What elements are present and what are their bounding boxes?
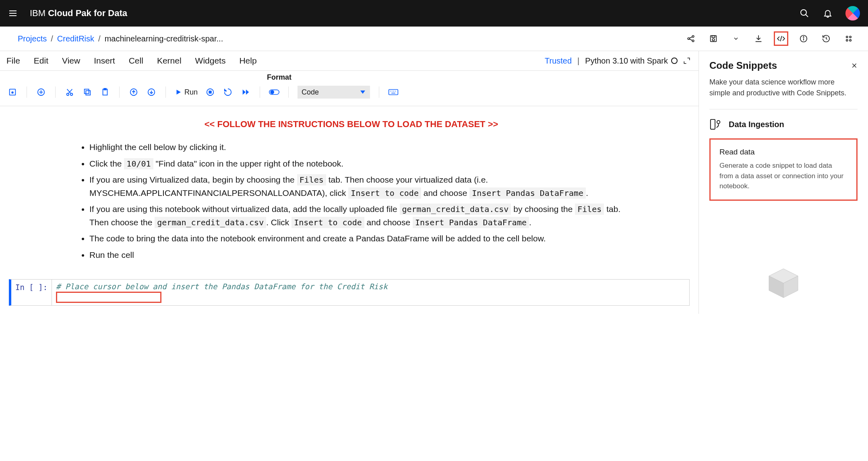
instruction-item: The code to bring the data into the note… — [89, 232, 625, 245]
svg-rect-11 — [712, 36, 715, 38]
svg-point-54 — [717, 121, 720, 124]
breadcrumb-projects[interactable]: Projects — [18, 34, 47, 43]
svg-rect-33 — [104, 88, 106, 90]
toggle-icon[interactable] — [269, 87, 279, 97]
svg-point-12 — [712, 39, 715, 41]
notebook-content: << FOLLOW THE INSTRUCTIONS BELOW TO LOAD… — [0, 106, 699, 314]
move-up-icon[interactable] — [128, 87, 139, 97]
notifications-icon[interactable] — [822, 8, 833, 19]
snippet-desc: Generate a code snippet to load data fro… — [719, 161, 847, 191]
section-header: Data Ingestion — [709, 118, 858, 130]
menu-help[interactable]: Help — [239, 56, 256, 66]
info-icon[interactable] — [796, 31, 811, 46]
kernel-name[interactable]: Python 3.10 with Spark — [585, 56, 678, 66]
brand-title: IBM Cloud Pak for Data — [30, 8, 127, 19]
svg-line-13 — [780, 36, 781, 41]
svg-rect-45 — [389, 90, 398, 95]
snippet-title: Read data — [719, 148, 847, 156]
svg-point-19 — [846, 39, 848, 41]
share-icon[interactable] — [684, 31, 698, 46]
empty-state-illustration — [709, 265, 858, 301]
menu-edit[interactable]: Edit — [34, 56, 48, 66]
svg-rect-40 — [209, 91, 211, 93]
menu-cell[interactable]: Cell — [129, 56, 143, 66]
trusted-label[interactable]: Trusted — [545, 56, 572, 66]
chevron-down-icon[interactable] — [729, 31, 743, 46]
svg-point-27 — [70, 93, 73, 96]
global-header: IBM Cloud Pak for Data — [0, 0, 868, 27]
notebook-menubar: File Edit View Insert Cell Kernel Widget… — [0, 51, 699, 71]
data-ingestion-icon — [709, 118, 721, 130]
read-data-snippet[interactable]: Read data Generate a code snippet to loa… — [709, 138, 858, 201]
breadcrumb-current: machinelearning-creditrisk-spar... — [105, 34, 223, 43]
notebook-area: File Edit View Insert Cell Kernel Widget… — [0, 51, 699, 314]
format-label: Format — [267, 73, 291, 82]
svg-point-22 — [12, 92, 13, 93]
code-snippets-icon[interactable] — [774, 31, 788, 46]
svg-line-9 — [689, 39, 692, 41]
history-icon[interactable] — [819, 31, 833, 46]
format-row: Format — [0, 71, 699, 82]
menu-icon[interactable] — [8, 8, 18, 18]
avatar[interactable] — [845, 6, 860, 21]
svg-line-4 — [806, 14, 808, 17]
instruction-item: Highlight the cell below by clicking it. — [89, 141, 625, 154]
svg-point-20 — [849, 39, 851, 41]
instruction-item: If you are using Virtualized data, begin… — [89, 173, 625, 200]
restart-run-all-icon[interactable] — [240, 87, 251, 97]
kernel-status-icon — [671, 58, 678, 64]
close-icon[interactable] — [851, 62, 858, 69]
divider — [709, 109, 858, 109]
instruction-item: Run the cell — [89, 249, 625, 262]
breadcrumb: Projects / CreditRisk / machinelearning-… — [0, 27, 868, 51]
svg-marker-41 — [243, 90, 246, 95]
cut-icon[interactable] — [64, 87, 75, 97]
code-body[interactable]: # Place cursor below and insert the Pand… — [52, 280, 689, 305]
svg-point-17 — [846, 36, 848, 38]
instruction-item: Click the 10/01 "Find data" icon in the … — [89, 157, 625, 171]
copy-icon[interactable] — [82, 87, 93, 97]
section-title: Data Ingestion — [729, 120, 784, 129]
keyboard-icon[interactable] — [388, 87, 399, 97]
menu-widgets[interactable]: Widgets — [195, 56, 226, 66]
code-cell[interactable]: In [ ]: # Place cursor below and insert … — [9, 279, 690, 306]
notebook-toolbar: Run Code — [0, 82, 699, 106]
breadcrumb-project[interactable]: CreditRisk — [57, 34, 94, 43]
svg-line-8 — [689, 37, 692, 38]
svg-marker-42 — [246, 90, 249, 95]
paste-icon[interactable] — [100, 87, 110, 97]
breadcrumb-sep: / — [51, 34, 53, 43]
instructions-header: << FOLLOW THE INSTRUCTIONS BELOW TO LOAD… — [77, 117, 625, 131]
move-down-icon[interactable] — [146, 87, 157, 97]
save-icon[interactable] — [7, 87, 18, 97]
add-cell-icon[interactable] — [36, 87, 46, 97]
panel-desc: Make your data science workflow more sim… — [709, 77, 858, 99]
svg-marker-38 — [177, 90, 181, 95]
search-icon[interactable] — [799, 8, 810, 19]
svg-point-26 — [67, 93, 69, 96]
kernel-sep: | — [577, 56, 579, 66]
panel-title: Code Snippets — [709, 60, 777, 71]
markdown-cell[interactable]: << FOLLOW THE INSTRUCTIONS BELOW TO LOAD… — [9, 114, 690, 277]
run-button[interactable]: Run — [175, 88, 198, 97]
menu-kernel[interactable]: Kernel — [157, 56, 182, 66]
svg-point-44 — [271, 91, 274, 94]
cursor-highlight — [56, 292, 161, 303]
save-version-icon[interactable] — [706, 31, 721, 46]
svg-rect-30 — [86, 91, 90, 95]
data-icon[interactable] — [841, 31, 856, 46]
svg-point-18 — [849, 36, 851, 38]
maximize-icon[interactable] — [683, 57, 690, 64]
stop-icon[interactable] — [205, 87, 215, 97]
svg-rect-31 — [85, 89, 89, 94]
restart-icon[interactable] — [223, 87, 233, 97]
menu-file[interactable]: File — [6, 56, 20, 66]
code-snippets-panel: Code Snippets Make your data science wor… — [699, 51, 868, 314]
instruction-item: If you are using this notebook without v… — [89, 203, 625, 229]
menu-insert[interactable]: Insert — [94, 56, 115, 66]
menu-view[interactable]: View — [62, 56, 80, 66]
cell-prompt: In [ ]: — [11, 280, 52, 305]
download-icon[interactable] — [751, 31, 766, 46]
cell-type-select[interactable]: Code — [298, 86, 370, 99]
breadcrumb-sep: / — [98, 34, 101, 43]
